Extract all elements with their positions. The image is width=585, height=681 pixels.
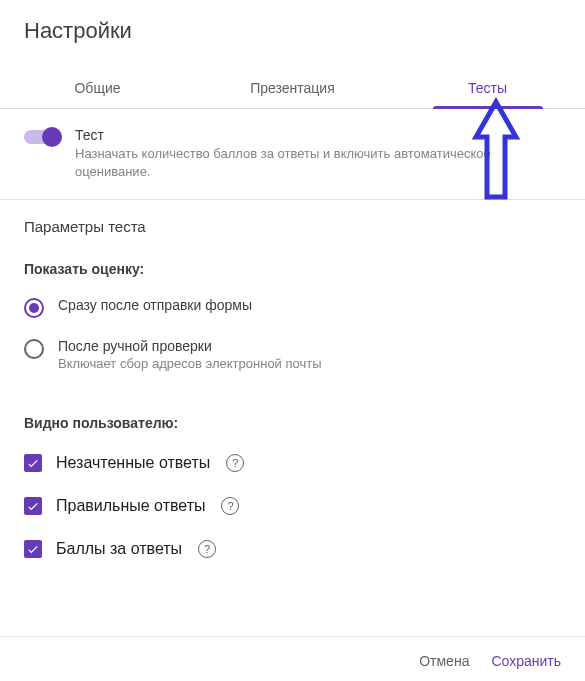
respondent-see-header: Видно пользователю: bbox=[0, 381, 585, 441]
tab-quizzes[interactable]: Тесты bbox=[390, 68, 585, 108]
page-title: Настройки bbox=[0, 0, 585, 50]
option-text: Сразу после отправки формы bbox=[58, 297, 252, 313]
check-label: Правильные ответы bbox=[56, 497, 205, 515]
quiz-toggle-desc: Назначать количество баллов за ответы и … bbox=[75, 145, 561, 181]
visible-points[interactable]: Баллы за ответы ? bbox=[0, 527, 585, 570]
quiz-toggle-text: Тест Назначать количество баллов за отве… bbox=[75, 127, 561, 181]
help-icon[interactable]: ? bbox=[226, 454, 244, 472]
help-icon[interactable]: ? bbox=[198, 540, 216, 558]
release-option-immediate[interactable]: Сразу после отправки формы bbox=[0, 287, 585, 328]
footer: Отмена Сохранить bbox=[0, 636, 585, 669]
checkbox-icon bbox=[24, 454, 42, 472]
release-option-manual[interactable]: После ручной проверки Включает сбор адре… bbox=[0, 328, 585, 381]
switch-thumb bbox=[42, 127, 62, 147]
radio-icon bbox=[24, 298, 44, 318]
checkbox-icon bbox=[24, 540, 42, 558]
visible-missed[interactable]: Незачтенные ответы ? bbox=[0, 441, 585, 484]
tab-general[interactable]: Общие bbox=[0, 68, 195, 108]
quiz-toggle-row: Тест Назначать количество баллов за отве… bbox=[0, 109, 585, 200]
help-icon[interactable]: ? bbox=[221, 497, 239, 515]
visible-correct[interactable]: Правильные ответы ? bbox=[0, 484, 585, 527]
quiz-toggle-title: Тест bbox=[75, 127, 561, 143]
check-label: Баллы за ответы bbox=[56, 540, 182, 558]
option-label: Сразу после отправки формы bbox=[58, 297, 252, 313]
tab-presentation[interactable]: Презентация bbox=[195, 68, 390, 108]
option-text: После ручной проверки Включает сбор адре… bbox=[58, 338, 322, 371]
cancel-button[interactable]: Отмена bbox=[419, 653, 469, 669]
save-button[interactable]: Сохранить bbox=[491, 653, 561, 669]
quiz-toggle-switch[interactable] bbox=[24, 130, 61, 144]
release-grade-header: Показать оценку: bbox=[0, 245, 585, 287]
option-label: После ручной проверки bbox=[58, 338, 322, 354]
check-label: Незачтенные ответы bbox=[56, 454, 210, 472]
checkbox-icon bbox=[24, 497, 42, 515]
option-desc: Включает сбор адресов электронной почты bbox=[58, 356, 322, 371]
tabs: Общие Презентация Тесты bbox=[0, 68, 585, 109]
params-header: Параметры теста bbox=[0, 200, 585, 245]
radio-icon bbox=[24, 339, 44, 359]
